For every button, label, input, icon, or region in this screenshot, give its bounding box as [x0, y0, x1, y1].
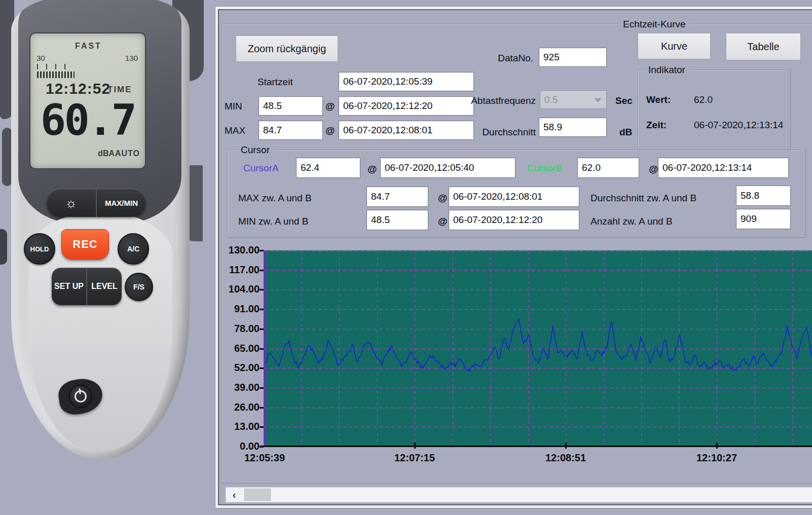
kurve-button[interactable]: Kurve [638, 33, 711, 59]
zeit-value: 06-07-2020,12:13:14 [694, 120, 783, 131]
cursor-b-value-field[interactable]: 62.0 [577, 158, 639, 178]
power-icon [73, 389, 87, 403]
realtime-curve-canvas[interactable] [264, 250, 812, 447]
chart-plot-area[interactable] [264, 250, 812, 447]
zoom-undo-button[interactable]: Zoom rückgängig [236, 35, 338, 62]
y-tick-mark [260, 289, 264, 290]
min-value-field[interactable]: 48.5 [259, 96, 323, 116]
min-ab-value-field[interactable]: 48.5 [366, 210, 428, 230]
min-ab-at-label: @ [438, 216, 448, 227]
fs-button: F/S [125, 273, 153, 301]
indikator-group-label: Indikator [645, 64, 689, 76]
ac-button: A/C [118, 233, 149, 265]
max-ab-label: MAX zw. A und B [238, 193, 312, 204]
y-tick-label: 13.00 [219, 421, 260, 432]
lcd-level-bar [37, 71, 75, 78]
lcd-unit: dBA [98, 149, 115, 158]
zeit-label: Zeit: [646, 120, 667, 131]
y-tick-mark [260, 367, 264, 369]
min-ab-time-field[interactable]: 06-07-2020,12:12:20 [449, 210, 579, 230]
y-tick-label: 130.00 [219, 244, 260, 256]
lcd-time: 12:12:52 [46, 80, 110, 97]
backlight-maxmin-button: ☼ MAX/MIN [47, 189, 146, 217]
max-label: MAX [225, 125, 245, 136]
y-tick-label: 91.00 [219, 303, 260, 315]
db-unit-label: dB [619, 127, 632, 138]
sec-unit-label: Sec [615, 95, 633, 106]
x-axis-line [260, 446, 812, 447]
min-ab-label: MIN zw. A und B [238, 216, 308, 227]
device-side-bump-left [2, 128, 12, 186]
device-body: FAST 30 130 12:12:52 TIME 60.7 dBA AUTO … [11, 0, 190, 459]
lcd-auto: AUTO [115, 149, 140, 158]
count-ab-label: Anzahl zw. A und B [590, 216, 673, 227]
scroll-left-button[interactable]: ‹ [226, 488, 242, 502]
lcd-value: 60.7 [39, 95, 137, 145]
data-no-field[interactable]: 925 [539, 48, 607, 67]
y-tick-mark [260, 407, 264, 409]
cursor-a-at-label: @ [367, 164, 377, 175]
app-window: Echtzeit-Kurve Zoom rückgängig DataNo. 9… [215, 6, 812, 508]
max-ab-value-field[interactable]: 84.7 [366, 187, 428, 207]
x-tick-label: 12:05:39 [244, 452, 285, 464]
scroll-left-icon: ‹ [233, 489, 236, 501]
y-tick-mark [260, 348, 264, 350]
max-value-field[interactable]: 84.7 [259, 121, 323, 140]
cursor-b-at-label: @ [649, 164, 658, 175]
screen: FAST 30 130 12:12:52 TIME 60.7 dBA AUTO … [0, 0, 812, 515]
cursor-a-label: CursorA [243, 163, 279, 174]
y-tick-label: 104.00 [219, 283, 260, 295]
lcd-scale-min: 30 [36, 54, 45, 62]
max-ab-time-field[interactable]: 06-07-2020,12:08:01 [449, 187, 579, 207]
chevron-down-icon [595, 98, 602, 102]
y-tick-label: 65.00 [219, 343, 260, 354]
durchschnitt-label: Durchschnitt [442, 127, 536, 138]
hold-button: HOLD [24, 233, 55, 265]
y-tick-mark [260, 426, 264, 428]
y-tick-label: 39.00 [219, 382, 260, 393]
y-tick-label: 78.00 [219, 323, 260, 335]
y-tick-label: 117.00 [219, 264, 260, 276]
setup-level-button: SET UP LEVEL [52, 268, 122, 305]
min-at-label: @ [325, 101, 335, 112]
backlight-button: ☼ [47, 189, 96, 217]
count-ab-value-field[interactable]: 909 [736, 209, 791, 229]
power-button-cap [67, 383, 94, 410]
setup-button: SET UP [52, 268, 86, 305]
device-side-tab-left [0, 229, 7, 265]
y-tick-mark [260, 309, 264, 310]
scroll-thumb[interactable] [244, 489, 271, 501]
y-tick-mark [260, 270, 264, 271]
y-tick-mark [260, 387, 264, 389]
tabelle-button[interactable]: Tabelle [726, 33, 801, 60]
lcd-mode: FAST [75, 42, 102, 51]
cursor-a-value-field[interactable]: 62.4 [296, 158, 360, 178]
y-tick-mark [260, 328, 264, 330]
x-tick-label: 12:07:15 [394, 452, 435, 464]
lcd-scale-ticks [37, 64, 72, 69]
indikator-groupbox: Wert: 62.0 Zeit: 06-07-2020,12:13:14 [638, 69, 791, 151]
maxmin-button: MAX/MIN [96, 189, 146, 217]
chart-scrollbar[interactable]: ‹ [226, 487, 812, 502]
y-tick-label: 26.00 [219, 401, 260, 413]
cursor-b-label: CursorB [527, 163, 563, 174]
cursor-a-time-field[interactable]: 06-07-2020,12:05:40 [380, 158, 515, 178]
sound-level-meter-photo: FAST 30 130 12:12:52 TIME 60.7 dBA AUTO … [0, 0, 215, 515]
startzeit-label: Startzeit [257, 77, 293, 88]
min-label: MIN [225, 101, 242, 112]
abtastfrequenz-dropdown[interactable]: 0.5 [540, 90, 607, 109]
avg-ab-label: Durchschnitt zw. A und B [590, 193, 696, 204]
abtastfrequenz-label: Abtastfrequenz [442, 95, 536, 106]
durchschnitt-field[interactable]: 58.9 [539, 118, 607, 137]
cursor-b-time-field[interactable]: 06-07-2020,12:13:14 [658, 158, 789, 178]
echtzeit-kurve-group-label: Echtzeit-Kurve [619, 19, 689, 30]
startzeit-field[interactable]: 06-07-2020,12:05:39 [339, 72, 474, 91]
rec-button: REC [61, 229, 109, 260]
max-at-label: @ [325, 125, 335, 136]
avg-ab-value-field[interactable]: 58.8 [736, 186, 791, 206]
wert-value: 62.0 [694, 94, 713, 105]
level-button: LEVEL [86, 268, 122, 305]
y-tick-mark [260, 250, 264, 251]
abtastfrequenz-value: 0.5 [544, 94, 558, 105]
x-tick-label: 12:08:51 [545, 452, 586, 464]
